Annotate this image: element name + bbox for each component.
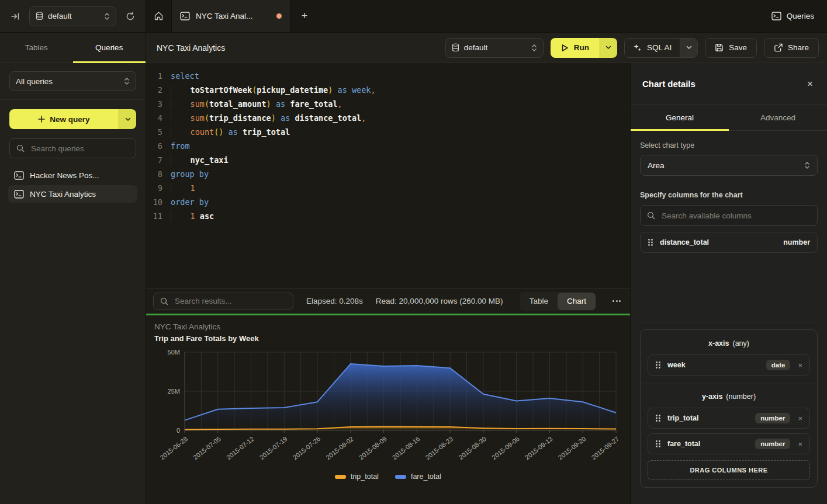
svg-text:2015-07-05: 2015-07-05: [192, 435, 222, 461]
code-text: 1: [171, 181, 195, 195]
new-query-split-button: New query: [9, 109, 136, 129]
chart-type-select[interactable]: Area: [640, 155, 818, 176]
column-row-distance_total[interactable]: distance_totalnumber: [640, 232, 818, 253]
results-search-input[interactable]: [174, 296, 286, 306]
code-line[interactable]: 10order by: [146, 195, 630, 209]
svg-text:2015-09-06: 2015-09-06: [490, 435, 521, 461]
refresh-icon: [126, 12, 135, 21]
topbar-database-selector[interactable]: default: [29, 6, 116, 26]
legend-label: trip_total: [351, 472, 379, 481]
code-text: nyc_taxi: [171, 153, 229, 167]
new-query-dropdown-button[interactable]: [119, 109, 136, 129]
query-header: NYC Taxi Analytics default Run: [146, 33, 827, 63]
svg-text:2015-07-12: 2015-07-12: [225, 435, 255, 461]
close-button[interactable]: ×: [805, 77, 815, 91]
chart-legend: trip_totalfare_total: [154, 472, 622, 481]
svg-text:2015-08-30: 2015-08-30: [457, 435, 487, 461]
collapse-sidebar-button[interactable]: [8, 9, 22, 23]
legend-item-trip_total[interactable]: trip_total: [335, 472, 379, 481]
share-button[interactable]: Share: [764, 38, 819, 58]
more-options-icon[interactable]: [610, 297, 623, 305]
sql-editor[interactable]: 1select2 toStartOfWeek(pickup_datetime) …: [146, 63, 630, 288]
code-line[interactable]: 7 nyc_taxi: [146, 153, 630, 167]
sidebar-tab-tables[interactable]: Tables: [0, 33, 73, 62]
database-icon: [452, 43, 459, 52]
sql-ai-split-button: SQL AI: [624, 38, 698, 58]
column-name: week: [667, 361, 686, 369]
legend-item-fare_total[interactable]: fare_total: [395, 472, 441, 481]
tab-advanced[interactable]: Advanced: [729, 105, 827, 130]
sql-ai-button[interactable]: SQL AI: [625, 39, 680, 57]
remove-column-button[interactable]: ×: [797, 440, 802, 449]
line-number: 9: [146, 181, 162, 195]
app-root: default NYC Taxi Anal... + Quer: [0, 0, 827, 504]
run-label: Run: [574, 43, 589, 52]
tabstrip: NYC Taxi Anal... +: [146, 0, 319, 32]
topbar-spacer: [319, 0, 759, 32]
code-line[interactable]: 1select: [146, 69, 630, 83]
header-database-selector[interactable]: default: [445, 38, 544, 58]
drag-handle-icon: [655, 414, 661, 422]
svg-text:25M: 25M: [168, 388, 180, 395]
run-button[interactable]: Run: [551, 38, 600, 58]
share-label: Share: [788, 43, 809, 52]
code-line[interactable]: 9 1: [146, 181, 630, 195]
code-text: toStartOfWeek(pickup_datetime) as week,: [171, 83, 376, 97]
read-stat: Read: 20,000,000 rows (260.00 MB): [376, 297, 503, 305]
code-line[interactable]: 6from: [146, 139, 630, 153]
view-toggle-chart[interactable]: Chart: [558, 293, 596, 310]
columns-search-input[interactable]: [660, 211, 811, 221]
svg-text:2015-09-20: 2015-09-20: [557, 435, 587, 461]
columns-section-label: Specify columns for the chart: [640, 191, 818, 199]
new-query-button[interactable]: New query: [9, 109, 119, 129]
code-line[interactable]: 4 sum(trip_distance) as distance_total,: [146, 111, 630, 125]
chevron-down-icon: [686, 46, 692, 50]
query-filter-select[interactable]: All queries: [9, 71, 136, 91]
query-list-item[interactable]: NYC Taxi Analytics: [8, 185, 137, 203]
terminal-icon: [771, 12, 781, 20]
queries-panel-button[interactable]: Queries: [759, 0, 827, 32]
column-row-fare_total[interactable]: fare_totalnumber×: [648, 433, 810, 454]
query-search-input[interactable]: [30, 144, 129, 154]
tab-general[interactable]: General: [631, 105, 729, 130]
chart-type-value: Area: [648, 161, 665, 170]
legend-label: fare_total: [411, 472, 441, 481]
code-line[interactable]: 3 sum(total_amount) as fare_total,: [146, 97, 630, 111]
code-line[interactable]: 2 toStartOfWeek(pickup_datetime) as week…: [146, 83, 630, 97]
chart-type-label: Select chart type: [640, 141, 818, 150]
new-tab-button[interactable]: +: [290, 0, 319, 32]
svg-text:2015-08-16: 2015-08-16: [391, 435, 421, 461]
code-text: sum(total_amount) as fare_total,: [171, 97, 342, 111]
query-item-label: NYC Taxi Analytics: [30, 190, 96, 199]
home-tab-button[interactable]: [146, 0, 172, 32]
chart-subtitle: Trip and Fare Totals by Week: [154, 334, 622, 343]
view-toggle-table[interactable]: Table: [520, 293, 558, 310]
sidebar-tabs: Tables Queries: [0, 33, 146, 63]
save-button[interactable]: Save: [705, 38, 757, 58]
column-row-trip_total[interactable]: trip_totalnumber×: [648, 408, 810, 429]
chart-details-tabs: General Advanced: [631, 105, 827, 131]
run-split-button: Run: [551, 38, 617, 58]
drag-columns-drop-zone[interactable]: DRAG COLUMNS HERE: [648, 460, 810, 480]
run-dropdown-button[interactable]: [600, 38, 617, 58]
sql-ai-dropdown-button[interactable]: [680, 39, 697, 57]
query-list-item[interactable]: Hacker News Pos...: [8, 166, 137, 184]
elapsed-stat: Elapsed: 0.208s: [306, 297, 363, 305]
chart-title: NYC Taxi Analytics: [154, 322, 622, 331]
remove-column-button[interactable]: ×: [797, 414, 802, 423]
refresh-button[interactable]: [123, 9, 137, 23]
y-axis-heading: y-axis(number): [648, 392, 810, 401]
query-item-label: Hacker News Pos...: [30, 171, 99, 180]
remove-column-button[interactable]: ×: [797, 361, 802, 370]
body-row: Tables Queries All queries New query: [0, 33, 827, 504]
line-number: 2: [146, 83, 162, 97]
code-line[interactable]: 5 count() as trip_total: [146, 125, 630, 139]
code-line[interactable]: 8group by: [146, 167, 630, 181]
sidebar-tab-queries[interactable]: Queries: [73, 33, 146, 62]
query-tab-nyc-taxi[interactable]: NYC Taxi Anal...: [172, 0, 290, 32]
area-chart: 025M50M2015-06-282015-07-052015-07-12201…: [154, 346, 622, 471]
code-line[interactable]: 11 1 asc: [146, 209, 630, 223]
sql-ai-label: SQL AI: [647, 43, 672, 52]
home-icon: [154, 11, 164, 21]
column-row-week[interactable]: weekdate×: [648, 354, 810, 376]
